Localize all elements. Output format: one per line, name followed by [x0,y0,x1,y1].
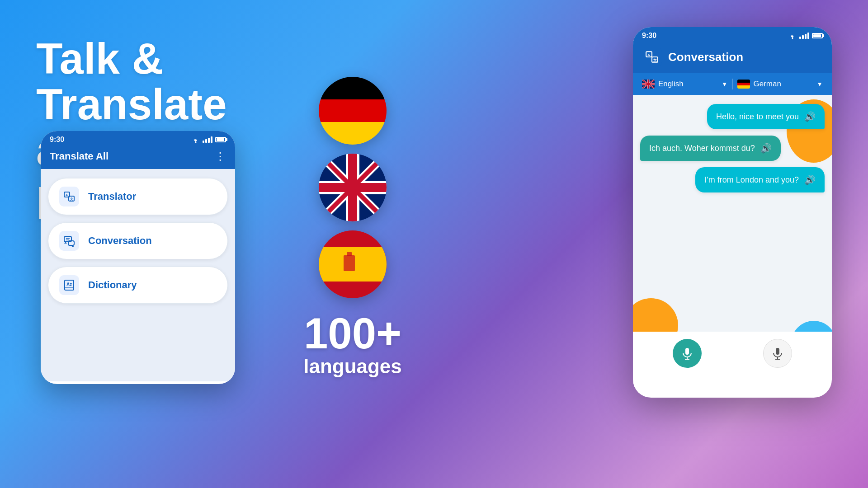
uk-flag-svg [319,154,387,221]
english-flag-small [642,80,655,89]
center-section: 100+ languages [267,77,439,378]
chat-message-1: Hello, nice to meet you 🔊 [707,104,825,129]
languages-text-block: 100+ languages [303,312,402,378]
speaker-icon-3[interactable]: 🔊 [804,174,816,185]
chat-body: Hello, nice to meet you 🔊 Ich auch. Wohe… [633,95,832,375]
status-bar-left: 9:30 [41,131,235,146]
conversation-icon-box [59,231,79,251]
german-flag-small [737,80,750,89]
translator-icon: A 文 [63,190,75,203]
lang-from-name: English [658,80,718,89]
status-time-left: 9:30 [50,136,64,144]
language-bar: English ▼ German ▼ [633,73,832,95]
svg-rect-44 [776,348,779,355]
svg-text:文: 文 [70,197,73,201]
conversation-label: Conversation [88,235,152,247]
german-flag [319,77,387,145]
svg-text:Az: Az [66,282,72,287]
microphone-icon-left [680,347,694,360]
battery-icon [215,137,226,142]
translator-icon-right: A 文 [645,50,659,64]
lang-divider [732,79,733,89]
mic-button-left[interactable] [673,339,702,368]
menu-list: A 文 Translator Conversation [41,169,235,381]
status-icons-right [788,32,823,39]
translate-icon-right: A 文 [642,47,662,67]
microphone-icon-right [771,347,784,360]
wifi-icon [191,136,201,143]
app-title: Translate All [50,150,108,162]
phone-left-mockup: 9:30 Translate All ⋮ [41,131,235,384]
svg-rect-41 [685,348,689,355]
german-flag-graphic [319,77,387,145]
lang-to-name: German [754,80,813,89]
chat-message-2-text: Ich auch. Woher kommst du? [649,144,755,153]
dictionary-icon-box: Az [59,275,79,295]
menu-item-conversation[interactable]: Conversation [48,222,228,259]
signal-icon-right [799,33,809,39]
languages-count: 100+ [303,312,402,355]
conversation-title: Conversation [668,50,823,64]
headline-line1: Talk & Translate [36,34,227,128]
chevron-down-to[interactable]: ▼ [816,80,823,88]
menu-item-translator[interactable]: A 文 Translator [48,178,228,215]
menu-dots-icon[interactable]: ⋮ [215,150,226,163]
status-time-right: 9:30 [642,32,656,40]
chat-message-3: I'm from London and you? 🔊 [695,167,825,192]
status-bar-right: 9:30 [633,27,832,42]
svg-rect-26 [347,252,352,256]
svg-point-27 [792,38,793,39]
status-icons-left [191,136,226,143]
svg-text:A: A [647,53,650,57]
svg-point-0 [195,142,197,143]
speaker-icon-1[interactable]: 🔊 [804,111,816,122]
translator-label: Translator [88,191,136,202]
svg-text:文: 文 [653,58,657,62]
chevron-down-from[interactable]: ▼ [722,80,728,88]
signal-icon [203,136,212,143]
dictionary-label: Dictionary [88,279,137,291]
battery-icon-right [812,33,823,38]
speaker-icon-2[interactable]: 🔊 [760,143,772,154]
app-header-right: A 文 Conversation [633,42,832,73]
mic-row [633,332,832,375]
uk-flag [319,154,387,221]
phone-right-mockup: 9:30 A 文 [633,27,832,398]
dictionary-icon: Az [63,279,75,291]
spain-flag [319,230,387,298]
chat-message-3-text: I'm from London and you? [704,175,799,185]
svg-rect-25 [344,255,355,271]
lang-to-selector[interactable]: German ▼ [737,80,823,89]
languages-label: languages [303,355,402,378]
chat-message-1-text: Hello, nice to meet you [716,112,799,122]
lang-from-selector[interactable]: English ▼ [642,80,728,89]
conversation-icon [63,235,75,247]
menu-item-dictionary[interactable]: Az Dictionary [48,267,228,304]
svg-text:A: A [66,193,68,197]
uk-flag-small [642,80,655,89]
chat-message-2: Ich auch. Woher kommst du? 🔊 [640,136,781,161]
spain-flag-svg [319,230,387,298]
wifi-icon-right [788,32,797,39]
app-header-left: Translate All ⋮ [41,146,235,169]
mic-button-right[interactable] [763,339,792,368]
translator-icon-box: A 文 [59,187,79,206]
